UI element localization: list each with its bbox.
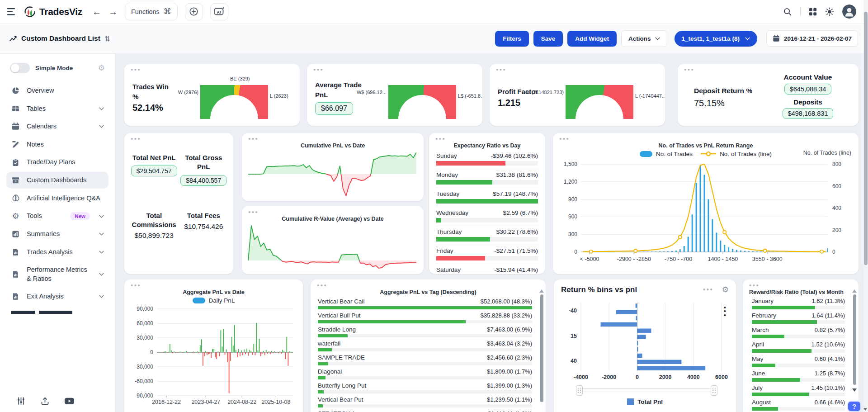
widget-drag-handle[interactable]: ••• (496, 68, 659, 72)
add-button[interactable] (185, 3, 203, 20)
widget-scrollbar[interactable] (539, 289, 544, 412)
svg-text:15: 15 (571, 333, 577, 339)
chevron-down-icon (99, 273, 104, 276)
widget-drag-handle[interactable]: ••• (131, 284, 297, 288)
widget-settings-gear-icon[interactable]: ⚙ (722, 285, 729, 294)
item-value: -$39.46 (102.6%) (491, 152, 538, 159)
page-scrollbar-thumb[interactable] (864, 12, 868, 265)
filters-sliders-icon[interactable] (16, 396, 26, 406)
ai-chat-button[interactable]: AI (210, 3, 228, 20)
slider-handle-right[interactable] (711, 385, 717, 396)
widget-drag-handle[interactable]: ••• (313, 68, 476, 72)
chart-menu-kebab-icon[interactable]: ••• (724, 306, 726, 317)
hamburger-menu-icon[interactable] (7, 8, 16, 15)
widget-drag-handle[interactable]: ••• (248, 137, 417, 142)
widget-cumulative-pnl: ••• Cumulative PnL vs Date (242, 133, 424, 201)
item-label: Straddle Long (318, 326, 356, 333)
total-net-pnl-badge: $29,504.757 (131, 166, 177, 176)
apps-grid-icon[interactable] (809, 8, 817, 16)
dashboard-select-dropdown[interactable]: 1_test1, 1_test1a (8) (675, 31, 757, 47)
sidebar: Simple Mode ⚙ OverviewTablesCalendarsNot… (0, 54, 115, 412)
page-scrollbar[interactable] (863, 0, 868, 412)
widget-drag-handle[interactable]: ••• (248, 210, 417, 215)
scroll-down-icon[interactable] (863, 408, 868, 411)
command-icon: ⌘ (164, 7, 171, 16)
sidebar-item-trade-day-plans[interactable]: Trade/Day Plans (6, 154, 108, 171)
actions-dropdown[interactable]: Actions (621, 30, 667, 47)
win-gauge: W (2976) BE (329) L (2623) (175, 75, 293, 120)
item-bar (752, 378, 800, 382)
widget-trades-win: ••• Trades Win % 52.14% W (2976) BE (329… (124, 64, 300, 126)
widget-drag-handle[interactable]: ••• (684, 68, 852, 72)
forward-arrow-icon[interactable]: → (108, 7, 118, 16)
item-label: Friday (436, 247, 453, 254)
chart-legend[interactable]: Total Pnl (561, 397, 729, 407)
svg-text:-2000: -2000 (602, 374, 616, 380)
save-button[interactable]: Save (533, 31, 563, 47)
widget-drag-handle[interactable]: ••• (695, 288, 722, 292)
item-bar (436, 161, 505, 166)
plus-circle-icon (189, 7, 198, 16)
sidebar-item-trades-analysis[interactable]: Trades Analysis (6, 244, 108, 261)
svg-text:1,500: 1,500 (564, 161, 577, 167)
item-bar (318, 362, 328, 365)
sidebar-item-overview[interactable]: Overview (6, 82, 108, 99)
user-avatar[interactable] (842, 5, 856, 19)
widget-drag-handle[interactable]: ••• (131, 137, 227, 142)
svg-text:300: 300 (568, 231, 577, 237)
theme-brightness-icon[interactable] (825, 7, 834, 16)
sidebar-item-label: Summaries (27, 230, 93, 239)
sidebar-item-performance-metrics-ratios[interactable]: Performance Metrics & Ratios (6, 261, 108, 287)
search-icon[interactable] (783, 7, 792, 16)
item-bar (318, 404, 323, 407)
youtube-icon[interactable] (64, 396, 75, 406)
sidebar-item-notes[interactable]: Notes (6, 136, 108, 153)
back-arrow-icon[interactable]: ← (92, 7, 101, 16)
sidebar-item-exit-analysis[interactable]: Exit Analysis (6, 288, 108, 305)
item-bar (436, 180, 492, 185)
range-slider[interactable] (576, 388, 717, 392)
item-value: 1.62 (11.3%) (812, 298, 845, 304)
scroll-up-icon (539, 289, 544, 293)
widget-aggregate-pnl-date: ••• Aggregate PnL vs Date Daily PnL 90,0… (124, 279, 303, 412)
widget-drag-handle[interactable]: ••• (317, 284, 539, 288)
list-item: May0.60 (4.1%) (751, 355, 846, 369)
chart-legend[interactable]: Daily PnL (131, 295, 297, 305)
add-widget-button[interactable]: Add Widget (567, 31, 617, 47)
sidebar-item-summaries[interactable]: Summaries (6, 226, 108, 243)
dashboard-title-group[interactable]: Custom Dashboard List (9, 34, 110, 43)
sidebar-item-custom-dashboards[interactable]: Custom Dashboards (6, 172, 108, 189)
item-label: March (752, 327, 769, 333)
scrollbar-thumb (540, 294, 543, 402)
help-button[interactable]: ? (847, 401, 861, 412)
item-value: $2.59 (6.7%) (503, 209, 538, 216)
slider-handle-left[interactable] (576, 385, 583, 396)
sidebar-item-tools[interactable]: ⚙ToolsNew (6, 208, 108, 225)
simple-mode-toggle[interactable] (10, 63, 30, 73)
item-value: $3,463.04 (3.2%) (487, 340, 532, 347)
widget-drag-handle[interactable]: ••• (131, 68, 293, 72)
filters-button[interactable]: Filters (495, 31, 529, 47)
sidebar-item-calendars[interactable]: Calendars (6, 118, 108, 135)
metric-value: 52.14% (132, 103, 175, 113)
upload-icon[interactable] (40, 396, 50, 406)
svg-text:-90,000: -90,000 (135, 393, 153, 399)
ai-icon: AI (214, 7, 225, 16)
widget-scrollbar[interactable] (852, 289, 857, 412)
tag-list: Vertical Bear Call$52,068.00 (48.3%)Vert… (317, 297, 539, 412)
widget-drag-handle[interactable]: ••• (435, 137, 539, 142)
sidebar-item-artificial-intelligence-q-a[interactable]: Artificial Intelligence Q&A (6, 189, 108, 207)
widget-drag-handle[interactable]: ••• (749, 284, 852, 288)
item-bar (436, 256, 485, 260)
item-bar (318, 390, 324, 393)
functions-button[interactable]: Functions ⌘ (125, 3, 178, 20)
svg-text:-60,000: -60,000 (135, 378, 153, 384)
brand-logo[interactable]: TradesViz (24, 5, 82, 18)
chart-title: Aggregate PnL vs Tag (Descending) (317, 289, 539, 295)
sidebar-settings-gear-icon[interactable]: ⚙ (98, 63, 105, 73)
date-range-picker[interactable]: 2016-12-21 - 2026-02-07 (766, 30, 858, 47)
sidebar-item-tables[interactable]: Tables (6, 100, 108, 118)
widget-drag-handle[interactable]: ••• (559, 137, 852, 142)
sidebar-item-label: Notes (27, 140, 104, 149)
sidebar-item-clipped[interactable] (11, 310, 104, 314)
